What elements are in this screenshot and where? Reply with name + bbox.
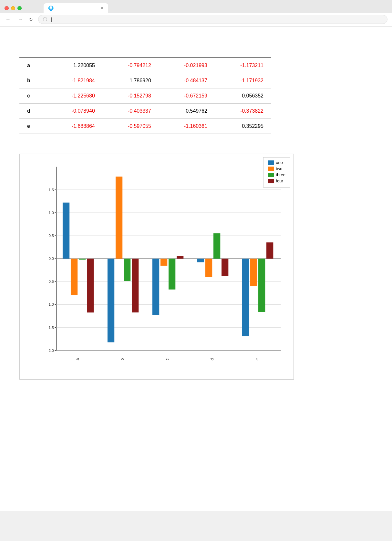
url-separator: | [51,17,52,22]
svg-text:e: e [255,358,259,361]
svg-text:-1.0: -1.0 [47,302,54,306]
row-label: a [19,58,46,73]
cell-value: -0.794212 [103,58,159,73]
bar [213,233,220,259]
address-bar: ← → ↻ ⓘ | [0,13,392,26]
table-header-four [215,51,271,58]
cell-value: -0.373822 [215,104,271,119]
legend-color-box [268,167,274,171]
close-button[interactable] [5,6,9,10]
bar [258,259,265,312]
svg-text:c: c [165,358,170,360]
table-row: b-1.8219841.786920-0.484137-1.171932 [19,73,271,88]
minimize-button[interactable] [11,6,15,10]
table-header-two [103,51,159,58]
legend-color-box [268,179,274,183]
legend-item: two [268,166,285,171]
legend-color-box [268,173,274,177]
title-bar: 🌐 ✕ [0,0,392,13]
new-tab-button[interactable] [108,8,115,13]
reload-button[interactable]: ↻ [29,17,33,22]
bar [169,259,175,290]
bar [242,259,249,336]
table-row: c-1.225680-0.152798-0.6721590.056352 [19,88,271,104]
cell-value: -1.688864 [46,119,103,134]
browser-tab[interactable]: 🌐 ✕ [44,3,108,13]
chart-container: -2.0-1.5-1.0-0.50.00.51.01.5abcde onetwo… [19,154,294,380]
svg-text:-0.5: -0.5 [47,279,54,283]
cell-value: 0.549762 [159,104,215,119]
cell-value: -1.173211 [215,58,271,73]
svg-text:0.0: 0.0 [48,256,54,260]
cell-value: -1.160361 [159,119,215,134]
cell-value: 0.352295 [215,119,271,134]
row-label: b [19,73,46,88]
tab-bar: 🌐 ✕ [44,3,115,13]
data-table: a1.220055-0.794212-0.021993-1.173211b-1.… [19,51,271,134]
chart-legend: onetwothreefour [263,157,290,188]
legend-label: two [276,166,282,171]
window-controls [5,6,22,10]
cell-value: -1.821984 [46,73,103,88]
cell-value: -0.021993 [159,58,215,73]
cell-value: -0.078940 [46,104,103,119]
legend-label: one [276,160,283,165]
bar [63,203,69,259]
url-field[interactable]: ⓘ | [38,15,387,24]
table-row: e-1.688864-0.597055-1.1603610.352295 [19,119,271,134]
table-header-three [159,51,215,58]
globe-icon: 🌐 [48,5,54,11]
svg-text:0.5: 0.5 [48,233,54,238]
row-label: e [19,119,46,134]
legend-color-box [268,160,274,165]
maximize-button[interactable] [17,6,22,10]
cell-value: -0.152798 [103,88,159,104]
table-row: d-0.078940-0.4033370.549762-0.373822 [19,104,271,119]
bar [116,177,122,259]
table-header-one [46,51,103,58]
bar [205,259,212,277]
svg-text:1.0: 1.0 [48,210,54,215]
bar [266,242,273,259]
cell-value: -0.403337 [103,104,159,119]
info-icon: ⓘ [43,16,47,22]
page-content: a1.220055-0.794212-0.021993-1.173211b-1.… [0,26,392,511]
legend-item: one [268,160,285,165]
legend-item: three [268,172,285,177]
bar [197,259,204,262]
bar [177,256,183,259]
back-button[interactable]: ← [5,16,12,22]
bar [222,259,228,276]
bar [87,259,94,312]
svg-text:-2.0: -2.0 [47,348,54,352]
browser-chrome: 🌐 ✕ ← → ↻ ⓘ | [0,0,392,26]
cell-value: -1.171932 [215,73,271,88]
svg-text:1.5: 1.5 [48,188,54,192]
bar [71,259,77,295]
bar [250,259,257,286]
forward-button[interactable]: → [17,16,24,22]
cell-value: 1.220055 [46,58,103,73]
svg-text:d: d [210,358,214,361]
legend-label: four [276,179,283,183]
cell-value: -0.597055 [103,119,159,134]
bar-chart: -2.0-1.5-1.0-0.50.00.51.01.5abcde [39,160,287,363]
bar [79,259,86,260]
bar [124,259,130,281]
row-label: d [19,104,46,119]
svg-text:b: b [120,358,125,361]
bar [160,259,167,266]
svg-text:-1.5: -1.5 [47,325,54,329]
svg-text:a: a [75,358,80,361]
bar [108,259,114,342]
table-header-row [19,51,271,58]
cell-value: 1.786920 [103,73,159,88]
row-label: c [19,88,46,104]
legend-item: four [268,179,285,183]
cell-value: -0.484137 [159,73,215,88]
cell-value: -0.672159 [159,88,215,104]
tab-close-button[interactable]: ✕ [100,6,104,10]
table-header-index [19,51,46,58]
legend-label: three [276,172,285,177]
bar [152,259,159,315]
